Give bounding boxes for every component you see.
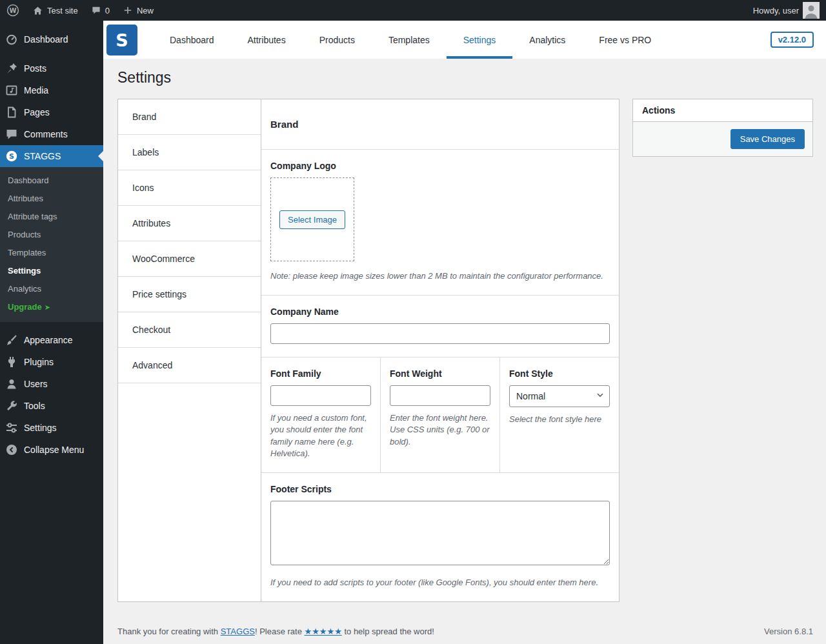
nav-tab-products[interactable]: Products [303,21,372,59]
submenu-item-attribute-tags[interactable]: Attribute tags [0,208,103,226]
footer-thanks: Thank you for creating with STAGGS! Plea… [117,627,434,636]
submenu-item-upgrade[interactable]: Upgrade➤ [0,298,103,316]
sidebar-label: STAGGS [24,151,61,161]
nav-tab-settings[interactable]: Settings [447,21,513,59]
font-style-column: Font Style Normal Select the font style … [499,357,619,472]
nav-tab-templates[interactable]: Templates [372,21,447,59]
howdy-account-menu[interactable]: Howdy, user [747,0,826,21]
plugin-icon [5,356,18,368]
sidebar-label: Settings [24,423,57,433]
site-name-link[interactable]: Test site [26,0,85,21]
wordpress-logo[interactable]: W [0,0,26,21]
tab-icons[interactable]: Icons [118,170,261,206]
save-changes-button[interactable]: Save Changes [730,129,805,149]
collapse-icon [5,443,18,456]
font-weight-label: Font Weight [390,368,490,379]
collapse-menu-button[interactable]: Collapse Menu [0,439,103,461]
sidebar-label: Media [24,85,48,96]
plus-icon [123,5,133,15]
font-style-help: Select the font style here [509,414,610,425]
new-label: New [137,6,154,15]
admin-sidebar: Dashboard Posts Media Pages Comments S S… [0,21,103,644]
tab-advanced[interactable]: Advanced [118,348,261,383]
tab-woocommerce[interactable]: WooCommerce [118,241,261,277]
submenu-item-dashboard[interactable]: Dashboard [0,172,103,190]
sidebar-item-dashboard[interactable]: Dashboard [0,28,103,50]
company-logo-section: Company Logo Select Image Note: please k… [261,150,619,296]
sidebar-item-staggs[interactable]: S STAGGS [0,145,103,167]
staggs-submenu: Dashboard Attributes Attribute tags Prod… [0,167,103,322]
footer-thanks-prefix: Thank you for creating with [117,627,221,636]
tab-checkout[interactable]: Checkout [118,312,261,348]
sidebar-label: Tools [24,401,45,411]
font-weight-column: Font Weight Enter the font weight here. … [380,357,499,472]
main-area: S Dashboard Attributes Products Template… [103,0,826,644]
staggs-icon: S [5,150,18,163]
nav-tab-attributes[interactable]: Attributes [231,21,303,59]
sidebar-item-posts[interactable]: Posts [0,57,103,79]
tab-price-settings[interactable]: Price settings [118,277,261,312]
collapse-label: Collapse Menu [24,445,84,455]
staggs-link[interactable]: STAGGS [221,627,255,636]
sidebar-label: Dashboard [24,34,68,45]
footer-thanks-middle: ! Please rate [255,627,305,636]
admin-bar: W Test site 0 New Howdy, user [0,0,826,21]
footer-scripts-label: Footer Scripts [270,484,610,494]
sidebar-item-users[interactable]: Users [0,373,103,395]
pin-icon [5,62,18,75]
panel-heading: Brand [270,119,610,130]
submenu-item-attributes[interactable]: Attributes [0,190,103,208]
brush-icon [5,334,18,347]
font-weight-input[interactable] [390,385,490,406]
comments-shortcut[interactable]: 0 [85,0,116,21]
menu-separator [0,322,103,329]
new-content-button[interactable]: New [116,0,160,21]
company-name-input[interactable] [270,323,610,344]
svg-text:W: W [9,7,16,14]
tab-brand[interactable]: Brand [118,99,261,135]
svg-text:S: S [116,30,128,50]
sidebar-item-appearance[interactable]: Appearance [0,329,103,351]
staggs-logo[interactable]: S [106,25,137,55]
font-family-label: Font Family [270,368,371,379]
page-content: Settings Brand Labels Icons Attributes W… [103,59,826,644]
actions-title: Actions [633,99,812,122]
font-family-help: If you need a custom font, you should en… [270,412,371,459]
company-name-label: Company Name [270,307,610,317]
rating-stars-link[interactable]: ★★★★★ [305,627,342,636]
tab-labels[interactable]: Labels [118,135,261,170]
submenu-item-products[interactable]: Products [0,226,103,244]
sidebar-label: Users [24,379,48,389]
media-icon [5,84,18,97]
font-style-select[interactable]: Normal [509,385,610,407]
footer-scripts-help: If you need to add scripts to your foote… [270,577,610,589]
pages-icon [5,106,18,119]
footer-thanks-suffix: to help spread the word! [342,627,434,636]
select-image-button[interactable]: Select Image [279,210,345,229]
comments-count: 0 [105,6,110,15]
submenu-item-analytics[interactable]: Analytics [0,280,103,298]
sidebar-item-comments[interactable]: Comments [0,123,103,145]
nav-tab-analytics[interactable]: Analytics [512,21,582,59]
submenu-item-settings[interactable]: Settings [0,262,103,280]
page-title: Settings [117,68,813,87]
sidebar-item-pages[interactable]: Pages [0,101,103,123]
font-family-input[interactable] [270,385,371,406]
footer-scripts-textarea[interactable] [270,501,610,565]
logo-dropzone: Select Image [270,177,354,261]
font-settings-row: Font Family If you need a custom font, y… [261,357,619,473]
submenu-item-templates[interactable]: Templates [0,244,103,262]
nav-tab-dashboard[interactable]: Dashboard [153,21,231,59]
sidebar-item-settings[interactable]: Settings [0,417,103,439]
company-logo-label: Company Logo [270,161,610,171]
sidebar-label: Plugins [24,357,54,367]
comments-icon [5,128,18,141]
sliders-icon [5,421,18,434]
sidebar-item-plugins[interactable]: Plugins [0,351,103,373]
sidebar-item-media[interactable]: Media [0,79,103,101]
version-badge: v2.12.0 [771,32,814,48]
tab-attributes[interactable]: Attributes [118,206,261,241]
sidebar-item-tools[interactable]: Tools [0,395,103,417]
nav-tab-free-vs-pro[interactable]: Free vs PRO [582,21,668,59]
comment-bubble-icon [91,5,101,15]
